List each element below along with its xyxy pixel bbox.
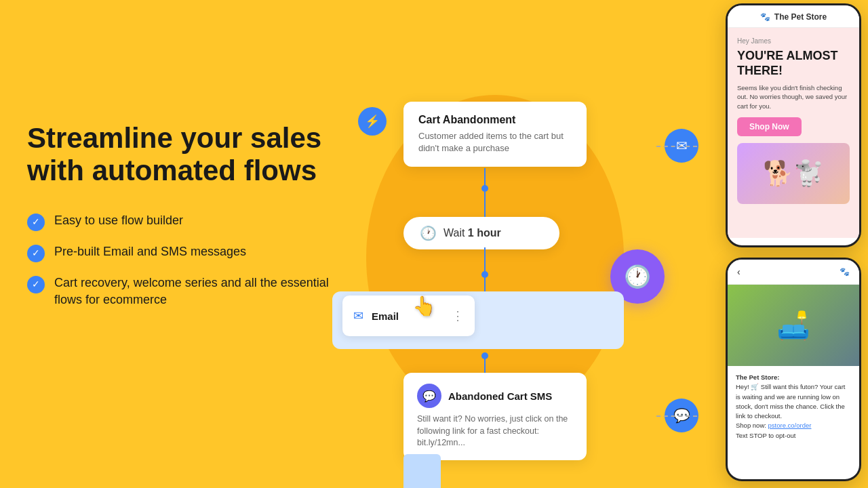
connector-dot-3 [481,352,488,359]
sms-header: 💬 Abandoned Cart SMS [417,384,573,408]
email-icon: ✉ [353,308,363,323]
wait-duration: 1 hour [468,227,501,239]
phone-top-dogs-image: 🐕🐩 [737,143,850,204]
phones-section: 🐾 The Pet Store Hey James YOU'RE ALMOST … [712,0,868,488]
feature-item-2: ✓ Pre-built Email and SMS messages [27,243,353,262]
dashed-line-email [656,146,697,147]
phone-bottom-header: ‹ 🐾 [728,260,859,285]
cart-abandonment-card: Cart Abandonment Customer added items to… [403,102,587,167]
phone-bottom: ‹ 🐾 🛋️ The Pet Store: Hey! 🛒 Still want … [726,258,861,481]
feature-text-3: Cart recovery, welcome series and all th… [54,274,353,308]
flow-diagram: ⚡ Cart Abandonment Customer added items … [339,41,658,488]
shop-now-button[interactable]: Shop Now [737,117,802,136]
phone-bottom-image: 🛋️ [728,285,859,366]
sms-card: 💬 Abandoned Cart SMS Still want it? No w… [403,373,587,460]
phone-bottom-store: The Pet Store: [736,373,779,381]
phone-top-body: Seems like you didn't finish checking ou… [737,83,850,110]
clock-icon: 🕐 [624,264,651,289]
email-label: Email [372,310,399,322]
feature-text-2: Pre-built Email and SMS messages [54,243,246,260]
phone-top: 🐾 The Pet Store Hey James YOU'RE ALMOST … [726,3,861,247]
phone-top-greeting: Hey James [737,37,850,45]
phone-bottom-paw: 🐾 [840,267,850,277]
email-more-icon[interactable]: ⋮ [452,308,464,323]
feature-item-1: ✓ Easy to use flow builder [27,212,353,231]
connector-line-3 [484,247,486,273]
doc-shape-tab [419,474,441,488]
check-icon-1: ✓ [27,214,45,231]
wait-clock-icon: 🕐 [420,225,437,241]
check-icon-2: ✓ [27,245,45,262]
lightning-icon: ⚡ [365,114,380,129]
sms-icon-circle: 💬 [417,384,441,408]
feature-item-3: ✓ Cart recovery, welcome series and all … [27,274,353,308]
sms-description: Still want it? No worries, just click on… [417,413,573,449]
phone-top-header: 🐾 The Pet Store [728,5,859,28]
feature-list: ✓ Easy to use flow builder ✓ Pre-built E… [27,212,353,308]
left-section: Streamline your sales with automated flo… [27,122,353,308]
phone-top-headline: YOU'RE ALMOST THERE! [737,49,850,78]
trigger-desc: Customer added items to the cart but did… [418,130,572,155]
check-icon-3: ✓ [27,276,45,293]
phone-bottom-text: The Pet Store: Hey! 🛒 Still want this fu… [728,366,859,447]
feature-text-1: Easy to use flow builder [54,212,183,229]
sms-title: Abandoned Cart SMS [448,390,552,402]
email-card[interactable]: ✉ Email ⋮ [342,296,475,336]
cursor-hand: 👆 [412,295,436,317]
phone-top-store-name: The Pet Store [774,12,827,22]
trigger-icon-circle: ⚡ [358,107,387,136]
dashed-line-sms [656,415,697,417]
wait-text: Wait 1 hour [443,227,501,239]
sms-icon: 💬 [422,390,436,403]
wait-card: 🕐 Wait 1 hour [403,217,559,249]
phone-top-content: Hey James YOU'RE ALMOST THERE! Seems lik… [728,28,859,238]
trigger-title: Cart Abandonment [418,114,572,126]
back-arrow[interactable]: ‹ [737,266,741,277]
connector-line-2 [484,191,486,217]
wait-label: Wait [443,227,465,239]
phone-bottom-link[interactable]: pstore.co/order [768,422,812,429]
paw-icon: 🐾 [760,12,770,22]
headline: Streamline your sales with automated flo… [27,122,353,188]
